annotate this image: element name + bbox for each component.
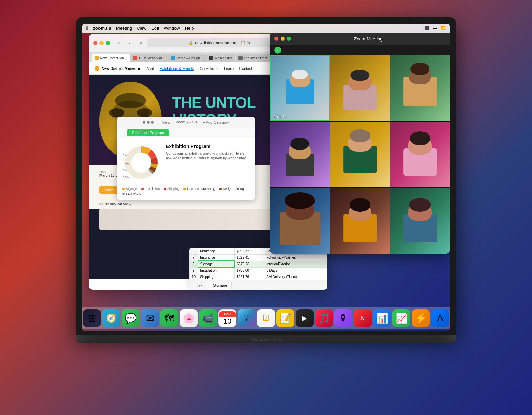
legend-label-3: Shipping — [167, 187, 179, 191]
menu-help[interactable]: Help — [185, 26, 194, 31]
table-row: 10 Shipping $221.76 AM Delivery (Thurs) … — [190, 274, 328, 280]
minimize-button[interactable] — [99, 41, 104, 45]
legend-dot — [122, 188, 125, 190]
legend-label-6: Staff Photo — [126, 192, 141, 195]
apple-menu[interactable]:  — [86, 25, 88, 31]
pages-icon[interactable]: ⚡ — [412, 309, 430, 327]
menu-window[interactable]: Window — [164, 26, 180, 31]
view-label: View — [162, 120, 170, 124]
tab-label-4: WeTransfer — [214, 56, 232, 60]
menu-view[interactable]: View — [137, 26, 146, 31]
back-button[interactable]: ‹ — [115, 39, 123, 47]
legend-insurance: Insurance Marketing — [183, 187, 215, 191]
nav-contact[interactable]: Contact — [239, 66, 252, 71]
tab-ted[interactable]: TED: Ideas wor... — [130, 54, 168, 62]
appletv-icon[interactable]: ▶ — [296, 309, 314, 327]
screen:  zoom.us Meeting View Edit Window Help … — [82, 24, 450, 331]
donut-chart: 9% 13% 9% 18% 21% 4% — [122, 144, 160, 182]
facetime-icon[interactable]: 📹 — [199, 309, 217, 327]
maximize-button[interactable] — [106, 41, 110, 45]
menu-meeting[interactable]: Meeting — [116, 26, 132, 31]
siri-icon[interactable]: 🎙 — [238, 309, 256, 327]
museum-brand: New District Museum — [95, 66, 140, 71]
airplay-icon: ⬛ — [424, 26, 429, 30]
forward-button[interactable]: › — [125, 39, 133, 47]
svg-text:9%: 9% — [123, 154, 127, 157]
tab-label-5: The Wall Street... — [244, 56, 270, 60]
close-button[interactable] — [93, 41, 97, 45]
sidebar-toggle[interactable]: ⊞ — [136, 39, 144, 47]
tab-wetransfer[interactable]: we WeTransfer — [206, 54, 235, 62]
appstore-icon[interactable]: A — [431, 309, 449, 327]
maps-icon[interactable]: 🗺 — [160, 309, 178, 327]
tab-new-district[interactable]: New District Mu... — [92, 54, 130, 62]
news-icon[interactable]: N — [354, 309, 372, 327]
tab-label-2: TED: Ideas wor... — [138, 56, 165, 60]
photos-icon[interactable]: 🌸 — [180, 309, 198, 327]
legend-dot-5 — [219, 188, 222, 190]
zoom-minimize[interactable] — [281, 37, 285, 41]
reminders-icon[interactable]: ☑ — [257, 309, 275, 327]
launchpad-icon[interactable]: ⊞ — [83, 309, 101, 327]
music-icon[interactable]: 🎵 — [315, 309, 333, 327]
lock-icon: 🔒 — [188, 40, 193, 45]
add-icon[interactable]: + — [120, 130, 122, 136]
learn-more-button[interactable]: Learn — [99, 186, 118, 194]
messages-icon[interactable]: 💬 — [122, 309, 140, 327]
menu-edit[interactable]: Edit — [151, 26, 159, 31]
chart-legend: Signage Installation Shipping Insur — [117, 187, 255, 200]
calendar-icon[interactable]: NOV 10 — [218, 309, 236, 327]
zoom-window: Zoom Meeting ✓ — [270, 33, 450, 254]
menu-bar-items: zoom.us Meeting View Edit Window Help — [93, 26, 194, 31]
exhibition-program-button[interactable]: Exhibition Program — [127, 129, 169, 136]
legend-signage: Signage — [122, 187, 137, 191]
zoom-participants-grid: Mary M — [270, 55, 450, 254]
participant-bg-4 — [270, 122, 330, 187]
refresh-icon: ↻ — [247, 40, 250, 45]
battery-icon: ▬ — [433, 26, 437, 30]
exhibition-title: Exhibition Program — [166, 144, 249, 149]
tab-wsj[interactable]: The Wall Street... — [236, 54, 273, 62]
url-text: newdistrictmuseum.org — [195, 40, 237, 45]
tab-home[interactable]: Home – Design... — [168, 54, 206, 62]
macbook-base: MacBook Pro — [76, 335, 456, 343]
legend-label-5: Design Printing — [223, 187, 244, 191]
macbook-label: MacBook Pro — [251, 337, 281, 341]
zoom-participant-2 — [330, 55, 390, 121]
legend-design: Design Printing — [219, 187, 244, 191]
zoom-title: Zoom Meeting — [354, 36, 382, 42]
participant-bg-7 — [270, 188, 330, 254]
zoom-close[interactable] — [274, 37, 278, 41]
app-name-menu[interactable]: zoom.us — [93, 26, 111, 31]
participant-bg-5 — [330, 122, 390, 187]
mail-icon[interactable]: ✉ — [141, 309, 159, 327]
brand-dot — [95, 66, 99, 71]
tab-signage[interactable]: Signage — [209, 282, 231, 289]
legend-label-4: Insurance Marketing — [187, 187, 215, 191]
nav-learn[interactable]: Learn — [224, 66, 234, 71]
zoom-status-bar: ✓ — [270, 45, 450, 55]
zoom-participant-8 — [330, 188, 390, 254]
legend-installation: Installation — [141, 187, 160, 191]
keynote-icon[interactable]: 📊 — [373, 309, 391, 327]
zoom-maximize[interactable] — [287, 37, 291, 41]
spreadsheet-tab-bar: Text Signage — [189, 280, 327, 290]
svg-text:9%: 9% — [123, 169, 127, 172]
nav-exhibitions[interactable]: Exhibitions & Events — [160, 66, 194, 71]
safari-dock-icon[interactable]: 🧭 — [102, 309, 120, 327]
exhibition-content: 9% 13% 9% 18% 21% 4% Exhibition Program … — [117, 138, 255, 187]
tab-favicon-4: we — [209, 56, 213, 60]
svg-text:4%: 4% — [150, 169, 154, 172]
participant-name-1: Mary M — [274, 114, 286, 118]
podcasts-icon[interactable]: 🎙 — [334, 309, 352, 327]
participant-bg-1 — [271, 56, 329, 120]
nav-collections[interactable]: Collections — [200, 66, 218, 71]
notes-icon[interactable]: 📝 — [276, 309, 294, 327]
numbers-icon[interactable]: 📈 — [392, 309, 410, 327]
tab-favicon-2 — [133, 56, 137, 60]
tab-text[interactable]: Text — [192, 282, 208, 289]
nav-visit[interactable]: Visit — [147, 66, 154, 71]
exhibition-text: Exhibition Program Our upcoming exhibit … — [166, 144, 249, 182]
zoom-participant-5 — [330, 122, 390, 187]
tab-label-1: New District Mu... — [100, 56, 127, 60]
